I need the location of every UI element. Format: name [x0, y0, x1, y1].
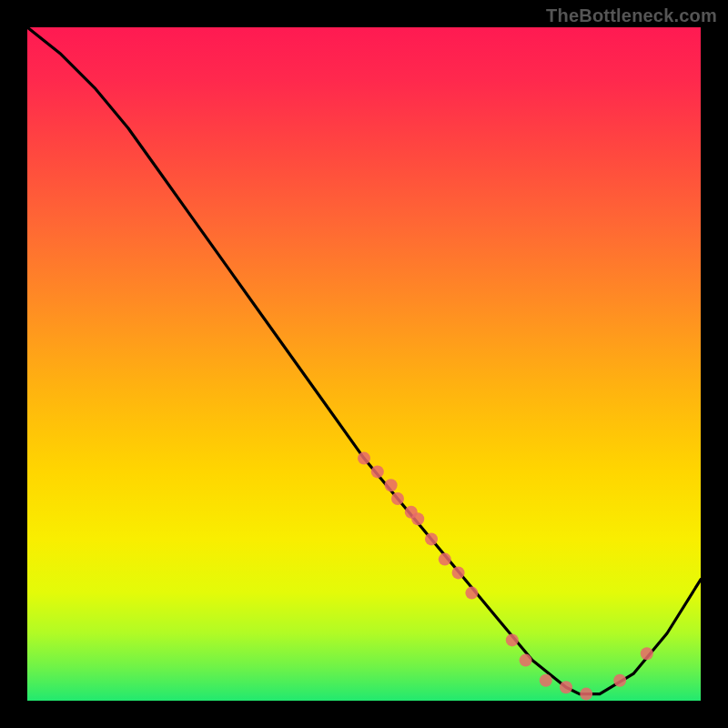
marker-dot	[641, 647, 653, 660]
marker-dot	[385, 479, 398, 491]
chart-frame: TheBottleneck.com	[0, 0, 728, 728]
plot-area	[27, 27, 701, 701]
marker-dot	[540, 674, 552, 687]
marker-dot	[506, 633, 519, 646]
marker-dot	[560, 681, 572, 693]
marker-dot	[411, 512, 424, 525]
watermark-text: TheBottleneck.com	[546, 5, 717, 26]
bottleneck-curve	[27, 27, 701, 694]
marker-dot	[391, 492, 404, 505]
chart-svg	[27, 27, 701, 701]
highlight-markers	[358, 452, 653, 701]
marker-dot	[371, 465, 384, 478]
marker-dot	[358, 452, 370, 465]
marker-dot	[465, 587, 478, 600]
marker-dot	[520, 654, 532, 667]
marker-dot	[425, 532, 438, 545]
marker-dot	[439, 553, 451, 566]
marker-dot	[580, 688, 592, 701]
marker-dot	[613, 674, 626, 687]
marker-dot	[452, 566, 465, 579]
